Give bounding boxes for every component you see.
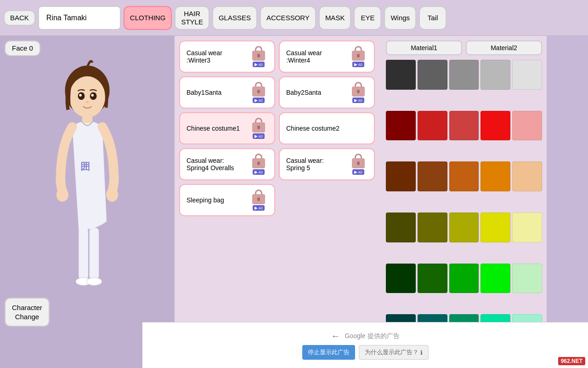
- clothing-grid: Casual wear :Winter3 ▶ AD Casual wear :W…: [179, 40, 375, 216]
- color-swatch-13[interactable]: [481, 161, 510, 191]
- svg-point-9: [57, 188, 68, 202]
- clothing-item-label: Casual wear :Winter3: [187, 49, 249, 64]
- character-name-display: Rina Tamaki: [38, 6, 121, 30]
- clothing-item-baby2santa[interactable]: Baby2Santa ▶ AD: [279, 76, 375, 109]
- tab-mask[interactable]: MASK: [319, 6, 351, 30]
- material1-tab[interactable]: Material1: [386, 40, 462, 55]
- clothing-item-baby1santa[interactable]: Baby1Santa ▶ AD: [179, 76, 275, 109]
- lock-icon: ▶ AD: [349, 82, 368, 103]
- info-icon: ℹ: [420, 349, 423, 356]
- tab-hair_style[interactable]: HAIR STYLE: [175, 6, 209, 30]
- back-button[interactable]: BACK: [4, 10, 35, 26]
- svg-point-14: [86, 278, 102, 286]
- main-area: Face 0: [0, 36, 588, 368]
- material-tabs: Material1 Material2: [386, 40, 542, 55]
- ad-stop-button[interactable]: 停止显示此广告: [302, 345, 355, 360]
- clothing-item-label: Baby1Santa: [187, 89, 249, 96]
- clothing-panel: Casual wear :Winter3 ▶ AD Casual wear :W…: [175, 36, 381, 368]
- tab-glasses[interactable]: GLASSES: [212, 6, 257, 30]
- color-grid: [386, 60, 542, 363]
- color-swatch-22[interactable]: [449, 264, 479, 293]
- clothing-item-casual_winter3[interactable]: Casual wear :Winter3 ▶ AD: [179, 40, 275, 73]
- tab-accessory[interactable]: ACCESSORY: [260, 6, 316, 30]
- color-swatch-4[interactable]: [512, 60, 542, 90]
- watermark: 962.NET: [558, 357, 585, 365]
- ad-why-button[interactable]: 为什么显示此广告？ ℹ: [359, 345, 429, 360]
- lock-icon: ▶ AD: [349, 46, 368, 67]
- lock-icon: ▶ AD: [249, 82, 268, 103]
- tab-wings[interactable]: Wings: [384, 6, 416, 30]
- clothing-item-label: Chinese costume2: [286, 125, 368, 132]
- color-panel: Material1 Material2: [381, 36, 547, 368]
- ad-top-row: ← Google 提供的广告: [331, 331, 399, 341]
- lock-icon: ▶ AD: [249, 154, 268, 175]
- svg-point-5: [91, 94, 94, 97]
- character-change-button[interactable]: Character Change: [5, 298, 50, 327]
- svg-point-1: [69, 76, 105, 118]
- svg-rect-12: [90, 228, 99, 279]
- clothing-item-casual_spring4[interactable]: Casual wear: Spring4 Overalls ▶ AD: [179, 148, 275, 180]
- color-swatch-23[interactable]: [481, 264, 510, 293]
- clothing-item-casual_spring5[interactable]: Casual wear: Spring 5 ▶ AD: [279, 148, 375, 180]
- color-swatch-1[interactable]: [418, 60, 447, 90]
- color-swatch-8[interactable]: [481, 111, 510, 141]
- color-swatch-21[interactable]: [418, 264, 447, 293]
- svg-rect-11: [79, 228, 88, 279]
- ad-bar: ← Google 提供的广告 停止显示此广告 为什么显示此广告？ ℹ: [142, 322, 588, 368]
- color-swatch-0[interactable]: [386, 60, 416, 90]
- clothing-item-label: Casual wear: Spring 5: [286, 157, 349, 172]
- ad-title: Google 提供的广告: [345, 332, 399, 340]
- clothing-item-sleeping_bag[interactable]: Sleeping bag ▶ AD: [179, 184, 275, 216]
- color-swatch-5[interactable]: [386, 111, 416, 141]
- clothing-item-label: Baby2Santa: [286, 89, 349, 96]
- color-swatch-10[interactable]: [386, 161, 416, 191]
- ad-back-arrow[interactable]: ←: [331, 331, 340, 341]
- color-swatch-20[interactable]: [386, 264, 416, 293]
- tab-eye[interactable]: EYE: [354, 6, 381, 30]
- color-swatch-17[interactable]: [449, 213, 479, 242]
- color-swatch-3[interactable]: [481, 60, 510, 90]
- character-figure: 囲: [41, 50, 133, 307]
- character-panel: Face 0: [0, 36, 175, 368]
- lock-icon: ▶ AD: [249, 190, 268, 211]
- svg-text:囲: 囲: [80, 161, 90, 172]
- color-swatch-2[interactable]: [449, 60, 479, 90]
- clothing-item-chinese_costume2[interactable]: Chinese costume2: [279, 112, 375, 144]
- tab-clothing[interactable]: CLOTHING: [124, 6, 172, 30]
- svg-point-10: [106, 188, 118, 202]
- svg-point-6: [86, 101, 89, 103]
- color-swatch-19[interactable]: [512, 213, 542, 242]
- color-swatch-18[interactable]: [481, 213, 510, 242]
- svg-point-4: [79, 94, 82, 97]
- clothing-item-casual_winter4[interactable]: Casual wear :Winter4 ▶ AD: [279, 40, 375, 73]
- lock-icon: ▶ AD: [349, 154, 368, 175]
- top-navigation: BACK Rina Tamaki CLOTHINGHAIR STYLEGLASS…: [0, 0, 588, 36]
- color-swatch-24[interactable]: [512, 264, 542, 293]
- clothing-item-label: Chinese costume1: [187, 125, 249, 132]
- nav-tabs: CLOTHINGHAIR STYLEGLASSESACCESSORYMASKEY…: [124, 6, 447, 30]
- lock-icon: ▶ AD: [249, 118, 268, 139]
- clothing-item-chinese_costume1[interactable]: Chinese costume1 ▶ AD: [179, 112, 275, 144]
- color-swatch-9[interactable]: [512, 111, 542, 141]
- color-swatch-12[interactable]: [449, 161, 479, 191]
- color-swatch-14[interactable]: [512, 161, 542, 191]
- color-swatch-7[interactable]: [449, 111, 479, 141]
- lock-icon: ▶ AD: [249, 46, 268, 67]
- clothing-item-label: Casual wear :Winter4: [286, 49, 349, 64]
- color-swatch-15[interactable]: [386, 213, 416, 242]
- clothing-item-label: Casual wear: Spring4 Overalls: [187, 157, 249, 172]
- color-swatch-6[interactable]: [418, 111, 447, 141]
- material2-tab[interactable]: Material2: [466, 40, 542, 55]
- face-button[interactable]: Face 0: [5, 40, 40, 56]
- tab-tail[interactable]: Tail: [419, 6, 447, 30]
- clothing-item-label: Sleeping bag: [187, 196, 249, 204]
- ad-buttons: 停止显示此广告 为什么显示此广告？ ℹ: [302, 345, 429, 360]
- color-swatch-16[interactable]: [418, 213, 447, 242]
- color-swatch-11[interactable]: [418, 161, 447, 191]
- clothing-list: Casual wear :Winter3 ▶ AD Casual wear :W…: [179, 40, 377, 216]
